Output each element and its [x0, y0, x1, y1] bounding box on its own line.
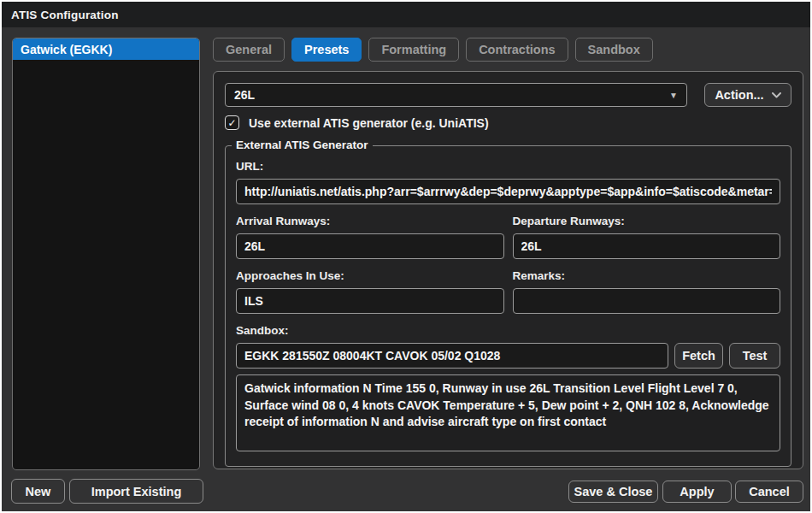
remarks-input[interactable]	[513, 288, 781, 314]
remarks-label: Remarks:	[513, 269, 781, 282]
window-title: ATIS Configuration	[11, 9, 119, 21]
url-label: URL:	[236, 160, 780, 173]
arrival-runways-input[interactable]	[236, 233, 504, 259]
import-existing-button[interactable]: Import Existing	[69, 479, 203, 504]
atis-preview-textarea[interactable]: Gatwick information N Time 155 0, Runway…	[236, 374, 780, 451]
sandbox-label: Sandbox:	[236, 324, 780, 337]
external-atis-generator-group: External ATIS Generator URL: Arrival Run…	[225, 145, 791, 467]
url-input[interactable]	[236, 179, 780, 204]
preset-select[interactable]: 26L ▼	[225, 83, 687, 107]
action-button-label: Action...	[715, 88, 763, 102]
use-external-label: Use external ATIS generator (e.g. UniATI…	[249, 116, 489, 130]
sandbox-metar-input[interactable]	[236, 343, 668, 369]
preset-row: 26L ▼ Action...	[225, 83, 791, 107]
cancel-button[interactable]: Cancel	[735, 481, 803, 503]
sandbox-row: Fetch Test	[236, 343, 780, 369]
action-button[interactable]: Action...	[704, 83, 791, 107]
approaches-in-use-label: Approaches In Use:	[236, 269, 504, 282]
fetch-button[interactable]: Fetch	[674, 343, 723, 369]
tab-sandbox[interactable]: Sandbox	[575, 38, 653, 62]
list-item-gatwick[interactable]: Gatwick (EGKK)	[13, 38, 199, 60]
departure-runways-label: Departure Runways:	[513, 215, 781, 227]
groupbox-title: External ATIS Generator	[232, 139, 373, 151]
presets-panel: 26L ▼ Action... ✓ Use external ATIS gene…	[213, 71, 803, 469]
test-button[interactable]: Test	[729, 343, 780, 369]
tab-general[interactable]: General	[213, 38, 285, 62]
preset-select-value: 26L	[234, 88, 669, 102]
approaches-in-use-input[interactable]	[236, 288, 504, 314]
dropdown-arrow-icon: ▼	[669, 91, 678, 100]
title-bar: ATIS Configuration	[2, 2, 810, 27]
new-button[interactable]: New	[11, 479, 65, 504]
tab-bar: General Presets Formatting Contractions …	[213, 38, 653, 62]
station-list[interactable]: Gatwick (EGKK)	[12, 38, 200, 470]
departure-runways-input[interactable]	[513, 233, 781, 259]
list-item-label: Gatwick (EGKK)	[21, 43, 112, 56]
runways-grid: Arrival Runways: Departure Runways: Appr…	[236, 204, 780, 314]
chevron-down-icon	[772, 92, 781, 98]
checkbox-checked-icon[interactable]: ✓	[225, 115, 239, 130]
arrival-runways-label: Arrival Runways:	[236, 215, 504, 227]
save-close-button[interactable]: Save & Close	[568, 481, 658, 503]
tab-presets[interactable]: Presets	[291, 38, 362, 62]
tab-contractions[interactable]: Contractions	[466, 38, 568, 62]
tab-formatting[interactable]: Formatting	[368, 38, 459, 62]
atis-configuration-window: ATIS Configuration Gatwick (EGKK) New Im…	[0, 0, 812, 513]
apply-button[interactable]: Apply	[662, 481, 732, 503]
use-external-checkbox-row[interactable]: ✓ Use external ATIS generator (e.g. UniA…	[225, 115, 791, 131]
